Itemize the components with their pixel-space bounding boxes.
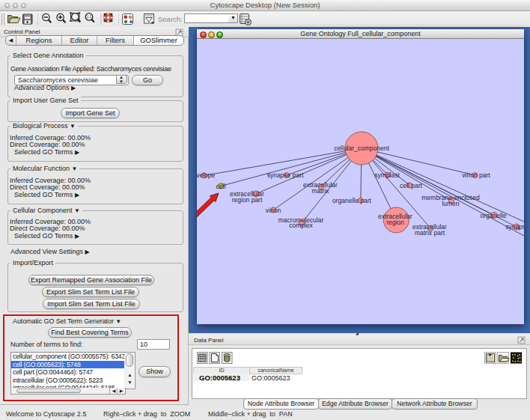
- svg-text:envelope: envelope: [197, 171, 216, 179]
- svg-text:organelle: organelle: [481, 212, 507, 219]
- svg-text:virion: virion: [266, 207, 281, 214]
- svg-text:1:1: 1:1: [87, 15, 92, 19]
- svg-text:region: region: [386, 219, 404, 226]
- svg-text:matrix: matrix: [311, 187, 329, 195]
- svg-text:synapse: synapse: [505, 223, 524, 231]
- svg-text:virion part: virion part: [462, 171, 490, 179]
- svg-text:symplast: symplast: [374, 171, 400, 179]
- svg-text:region part: region part: [232, 196, 263, 204]
- svg-text:complex: complex: [289, 222, 313, 229]
- svg-text:cell part: cell part: [400, 182, 422, 189]
- svg-text:cell: cell: [216, 183, 226, 190]
- svg-text:organelle part: organelle part: [332, 197, 372, 204]
- svg-text:synapse part: synapse part: [267, 171, 304, 179]
- svg-text:matrix part: matrix part: [415, 229, 445, 237]
- svg-text:cellular_component: cellular_component: [334, 144, 389, 152]
- svg-text:lumen: lumen: [442, 200, 459, 207]
